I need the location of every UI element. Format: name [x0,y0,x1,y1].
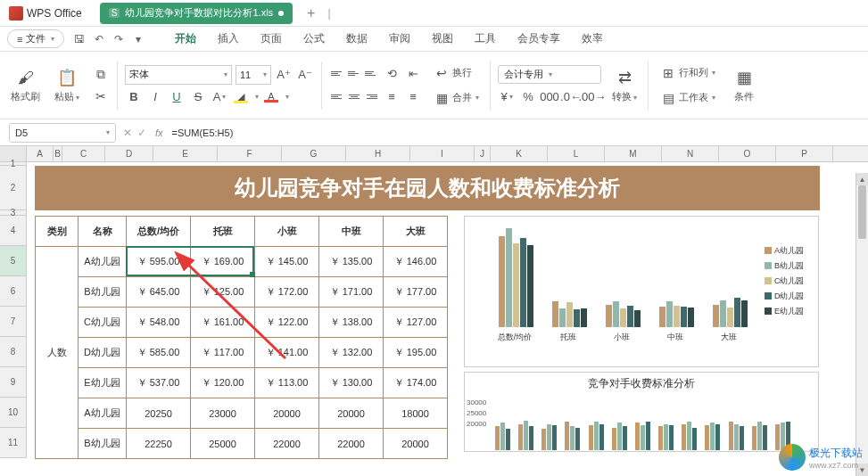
name-box[interactable]: D5 ▾ [9,123,116,143]
fx-icon[interactable]: fx [155,127,163,138]
ribbon-tab-7[interactable]: 工具 [475,31,496,46]
col-header[interactable]: C [62,146,105,161]
italic-button[interactable]: I [146,88,164,106]
align-bottom-icon[interactable] [363,67,379,81]
bold-button[interactable]: B [125,88,143,106]
table-header: 大班 [384,217,448,247]
decimal-dec-icon[interactable]: .0← [562,87,580,105]
col-header[interactable]: D [105,146,153,161]
chart-bar [524,421,528,450]
cut-icon[interactable]: ✂ [92,87,110,105]
col-header[interactable]: L [548,146,605,161]
legend-swatch-icon [765,277,772,284]
col-header[interactable]: F [218,146,282,161]
decrease-font-icon[interactable]: A⁻ [296,66,314,84]
align-right-icon[interactable] [363,90,379,104]
col-header[interactable]: P [776,146,833,161]
percent-icon[interactable]: % [519,87,537,105]
worksheet-button[interactable]: ▤ 工作表▾ [656,87,719,109]
redo-icon[interactable]: ↷ [111,31,127,47]
ribbon-tab-0[interactable]: 开始 [175,31,196,46]
decimal-inc-icon[interactable]: .00→ [583,87,601,105]
spreadsheet-grid[interactable]: ABCDEFGHIJKLMNOP 1234567891011 幼儿园竞争对手在园… [0,146,868,476]
comma-icon[interactable]: 000 [541,87,558,105]
indent-decrease-icon[interactable]: ⇤ [404,65,422,83]
align-middle-icon[interactable] [346,67,362,81]
font-color-button[interactable]: A [262,88,280,106]
currency-icon[interactable]: ¥▾ [498,87,516,105]
col-header[interactable]: B [54,146,62,161]
align-top-icon[interactable] [329,67,345,81]
new-tab-button[interactable]: + [302,5,320,21]
file-menu-button[interactable]: ≡ 文件 ▾ [7,29,64,48]
qat-more-icon[interactable]: ▾ [130,31,146,47]
chevron-down-icon[interactable]: ▾ [285,93,289,101]
convert-button[interactable]: ⇄ 转换▾ [608,65,641,105]
ribbon-tab-9[interactable]: 效率 [582,31,603,46]
ribbon-tab-4[interactable]: 数据 [346,31,368,46]
row-header[interactable]: 10 [0,398,26,428]
font-name-select[interactable]: 宋体 ▾ [125,65,232,85]
strikethrough-button[interactable]: S [189,88,207,106]
scrollbar-thumb[interactable] [858,185,866,239]
ribbon-tab-8[interactable]: 会员专享 [517,31,560,46]
col-header[interactable]: N [662,146,719,161]
col-header[interactable]: M [605,146,662,161]
save-icon[interactable]: 🖫 [71,31,87,47]
row-header[interactable]: 7 [0,307,26,337]
col-header[interactable]: J [475,146,491,161]
value-cell: ￥ 548.00 [127,308,191,338]
chevron-down-icon[interactable]: ▾ [255,93,259,101]
wrap-text-button[interactable]: ↩ 换行 [429,62,483,84]
row-header[interactable]: 4 [0,216,26,246]
ribbon-tab-5[interactable]: 审阅 [389,31,410,46]
row-headers: 1234567891011 [0,162,27,458]
font-size-select[interactable]: 11 ▾ [236,65,271,85]
increase-font-icon[interactable]: A⁺ [275,66,293,84]
ribbon-tab-1[interactable]: 插入 [218,31,239,46]
document-tab[interactable]: S 幼儿园竞争对手数据对比分析1.xls [100,3,293,24]
font-more-button[interactable]: A▾ [211,88,228,106]
confirm-icon[interactable]: ✓ [137,127,146,139]
format-painter-button[interactable]: 🖌 格式刷 [7,65,44,105]
underline-button[interactable]: U [168,88,186,106]
row-header[interactable]: 9 [0,367,26,398]
merge-cells-button[interactable]: ▦ 合并▾ [429,87,483,109]
rowcol-button[interactable]: ⊞ 行和列▾ [656,62,719,84]
chart-bar [575,428,580,450]
ribbon-tab-3[interactable]: 公式 [303,31,325,46]
number-format-select[interactable]: 会计专用 ▾ [498,65,601,84]
col-header[interactable]: H [346,146,410,161]
ribbon-tab-6[interactable]: 视图 [432,31,453,46]
indent-right-icon[interactable]: ≡ [404,88,422,106]
chart-bar [552,425,557,450]
col-header[interactable]: G [282,146,346,161]
scroll-up-icon[interactable]: ▲ [856,173,868,185]
formula-input[interactable]: =SUM(E5:H5) [172,127,859,138]
col-header[interactable]: I [410,146,475,161]
copy-icon[interactable]: ⧉ [92,66,110,84]
col-header[interactable]: E [153,146,218,161]
indent-left-icon[interactable]: ≡ [383,88,401,106]
row-header[interactable]: 2 [0,166,26,210]
chart-population[interactable]: 总数/均价托班小班中班大班 A幼儿园B幼儿园C幼儿园D幼儿园E幼儿园 [464,216,819,367]
row-header[interactable]: 5 [0,246,26,276]
col-header[interactable]: K [491,146,548,161]
conditional-format-button[interactable]: ▦ 条件 [730,65,758,105]
col-header[interactable]: O [719,146,776,161]
chart-fee-standard[interactable]: 竞争对手收费标准分析 300002500020000 [464,372,819,452]
align-left-icon[interactable] [329,90,345,104]
row-header[interactable]: 6 [0,276,26,307]
cancel-icon[interactable]: ✕ [123,127,132,139]
orientation-icon[interactable]: ⟲ [383,65,401,83]
ribbon-tab-2[interactable]: 页面 [260,31,282,46]
paste-button[interactable]: 📋 粘贴▾ [51,65,83,105]
align-center-icon[interactable] [346,90,362,104]
fill-color-button[interactable]: ◢ [232,88,250,106]
col-header[interactable]: A [27,146,54,161]
row-header[interactable]: 8 [0,337,26,367]
row-header[interactable]: 11 [0,428,26,458]
vertical-scrollbar[interactable]: ▲ ▼ [856,173,868,476]
chart-title: 竞争对手收费标准分析 [465,373,818,395]
undo-icon[interactable]: ↶ [91,31,107,47]
